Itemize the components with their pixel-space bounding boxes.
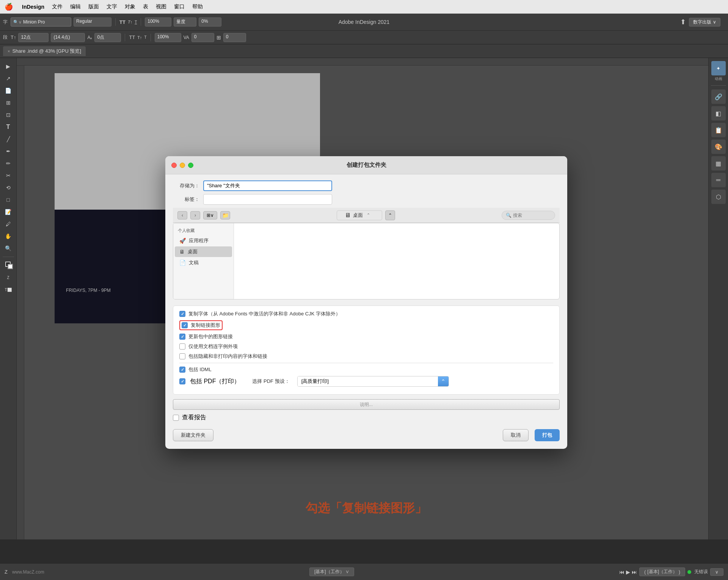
nav-up-btn[interactable]: ⌃: [385, 210, 395, 220]
close-traffic-light[interactable]: [171, 163, 177, 168]
include-idml-label: 包括 IDML: [188, 366, 212, 373]
layout-select[interactable]: [基本]（工作） ∨: [309, 567, 354, 576]
menu-layout[interactable]: 版面: [88, 3, 99, 10]
use-doc-hyphenation-checkbox[interactable]: [179, 343, 185, 350]
sidebar-item-desktop[interactable]: 🖥 桌面: [175, 246, 232, 257]
menu-help[interactable]: 帮助: [192, 3, 203, 10]
tool-note[interactable]: 📝: [2, 207, 14, 217]
tab-close-btn[interactable]: ×: [8, 49, 10, 53]
view-report-checkbox[interactable]: [173, 415, 179, 421]
menu-view[interactable]: 视图: [156, 3, 166, 10]
font-style-select[interactable]: Regular: [74, 17, 111, 27]
menu-table[interactable]: 表: [143, 3, 148, 10]
apple-menu[interactable]: 🍎: [5, 3, 13, 11]
include-idml-checkbox[interactable]: [179, 367, 185, 373]
menu-window[interactable]: 窗口: [174, 3, 185, 10]
pct2-input[interactable]: 0%: [199, 17, 221, 27]
tool-pencil[interactable]: ✏: [2, 158, 14, 169]
nav-back-btn[interactable]: ‹: [177, 211, 187, 219]
share-icon[interactable]: ⬆: [680, 18, 686, 26]
tt-btn2[interactable]: T↑: [128, 20, 132, 24]
copy-linked-checkbox[interactable]: [182, 322, 188, 328]
status-dropdown[interactable]: ∨: [710, 568, 723, 576]
nav-new-folder-btn[interactable]: 📁: [220, 211, 230, 219]
document-tab[interactable]: × Share .indd @ 43% [GPU 预览]: [3, 46, 86, 56]
effects-icon[interactable]: ⬡: [711, 190, 726, 204]
av-input[interactable]: 0: [191, 33, 214, 42]
tt-btn3[interactable]: T: [135, 20, 137, 24]
tool-rectangle[interactable]: □: [2, 194, 14, 205]
tool-pen[interactable]: ✒: [2, 146, 14, 157]
tool-zoom[interactable]: 🔍: [2, 243, 14, 254]
copy-fonts-checkbox[interactable]: [179, 311, 185, 317]
metric-select[interactable]: 量度: [174, 17, 196, 27]
tool-select[interactable]: ▶: [2, 61, 14, 72]
tool-line[interactable]: ╱: [2, 134, 14, 144]
tags-input[interactable]: [203, 194, 332, 205]
status-select[interactable]: ( [基本]（工作） ): [639, 567, 685, 576]
pages-icon[interactable]: 📋: [711, 123, 726, 137]
canvas-area: FRIDAYS, 7PM - 9PM 创建打包文件夹: [24, 66, 708, 539]
font-size-input[interactable]: 12点: [18, 33, 49, 42]
menu-object[interactable]: 对象: [125, 3, 135, 10]
tt-btn1[interactable]: TT: [119, 19, 126, 25]
location-chevron: ⌃: [367, 213, 370, 218]
menu-text[interactable]: 文字: [107, 3, 117, 10]
instructions-btn[interactable]: 说明...: [173, 399, 560, 410]
tt2-1[interactable]: TT: [129, 34, 135, 40]
tool-eyedropper[interactable]: 🖊: [2, 219, 14, 229]
stroke-icon[interactable]: ═: [711, 173, 726, 187]
include-pdf-checkbox[interactable]: [179, 378, 185, 384]
tool-hand[interactable]: ✋: [2, 231, 14, 241]
maximize-traffic-light[interactable]: [188, 163, 193, 168]
swatches-icon[interactable]: ▦: [711, 156, 726, 171]
tool-gap[interactable]: ⊞: [2, 97, 14, 108]
tool-fill-stroke[interactable]: [2, 260, 14, 271]
canvas-wrapper: FRIDAYS, 7PM - 9PM 创建打包文件夹: [17, 58, 708, 539]
minimize-traffic-light[interactable]: [180, 163, 185, 168]
tool-scissors[interactable]: ✂: [2, 170, 14, 181]
tab-title: Share .indd @ 43% [GPU 预览]: [12, 48, 81, 55]
tool-page[interactable]: 📄: [2, 85, 14, 96]
cancel-btn[interactable]: 取消: [503, 429, 529, 441]
font-selector[interactable]: 🔍∨ Minion Pro: [11, 17, 71, 27]
include-hidden-checkbox[interactable]: [179, 353, 185, 359]
size-pct2-input[interactable]: 100%: [155, 33, 181, 42]
menu-file[interactable]: 文件: [52, 3, 63, 10]
tool-text-frame[interactable]: T⬜: [2, 284, 14, 295]
nav-search[interactable]: 🔍: [502, 211, 555, 220]
sidebar-item-apps[interactable]: 🚀 应用程序: [175, 235, 232, 246]
leading-input[interactable]: (14.4点): [51, 33, 85, 42]
nav-view-btn[interactable]: ⊞∨: [203, 211, 217, 219]
menu-indesign[interactable]: InDesign: [22, 4, 44, 10]
tt2-3[interactable]: T: [144, 35, 147, 39]
pdf-preset-arrow[interactable]: ⌃: [438, 376, 449, 386]
status-play-controls[interactable]: ⏮ ▶ ⏭: [619, 569, 637, 575]
tool-type[interactable]: T: [2, 122, 14, 132]
size-pct1-input[interactable]: 100%: [145, 17, 171, 27]
tool-direct-select[interactable]: ↗: [2, 73, 14, 84]
menu-edit[interactable]: 编辑: [70, 3, 81, 10]
tt2-2[interactable]: T↑: [137, 35, 142, 40]
update-graphics-checkbox[interactable]: [179, 334, 185, 340]
grid-input[interactable]: 0: [223, 33, 246, 42]
color-icon[interactable]: 🎨: [711, 140, 726, 154]
nav-forward-btn[interactable]: ›: [190, 211, 200, 219]
location-icon: 🖥: [345, 212, 351, 219]
package-btn[interactable]: 打包: [535, 429, 560, 441]
tool-content-collector[interactable]: ⊡: [2, 110, 14, 120]
baseline-input[interactable]: 0点: [94, 33, 121, 42]
tool-transform[interactable]: ⟲: [2, 182, 14, 193]
properties-icon[interactable]: ✦: [711, 61, 726, 75]
layers-icon[interactable]: ◧: [711, 106, 726, 121]
links-icon[interactable]: 🔗: [711, 89, 726, 104]
save-as-input[interactable]: [203, 180, 332, 191]
tool-preview[interactable]: Z: [2, 272, 14, 283]
publish-btn[interactable]: 数字出版 ∨: [689, 18, 720, 27]
location-select[interactable]: 🖥 桌面 ⌃: [337, 210, 382, 220]
new-folder-btn[interactable]: 新建文件夹: [173, 429, 213, 441]
sidebar-item-docs[interactable]: 📄 文稿: [175, 257, 232, 268]
pdf-preset-select[interactable]: [高质量打印] ⌃: [297, 376, 449, 387]
include-hidden-row: 包括隐藏和非打印内容的字体和链接: [179, 353, 553, 360]
search-input[interactable]: [513, 213, 551, 218]
